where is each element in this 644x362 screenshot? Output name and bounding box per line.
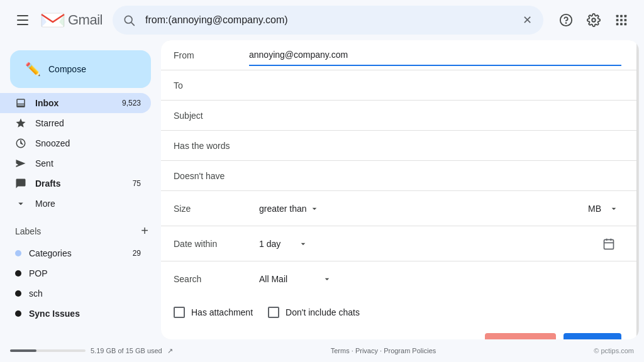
has-attachment-label[interactable]: Has attachment	[174, 307, 253, 318]
svg-rect-10	[620, 19, 623, 21]
hamburger-icon	[17, 15, 28, 25]
search-bar-container: ✕	[113, 6, 543, 35]
svg-rect-9	[616, 19, 619, 21]
svg-rect-8	[625, 15, 627, 18]
sync-issues-dot	[15, 310, 21, 317]
labels-title: Labels	[15, 226, 41, 236]
storage-info: 5.19 GB of 15 GB used ↗	[10, 347, 173, 355]
svg-point-4	[566, 23, 567, 23]
size-value-input[interactable]	[548, 201, 586, 216]
program-policies-link[interactable]: Program Policies	[384, 347, 436, 354]
inbox-icon	[15, 97, 28, 109]
search-in-label: Search	[174, 274, 249, 284]
categories-badge: 29	[133, 249, 141, 258]
svg-rect-6	[616, 15, 619, 18]
from-label: From	[174, 43, 249, 68]
sidebar-item-drafts[interactable]: Drafts 75	[0, 173, 151, 194]
add-label-button[interactable]: +	[138, 221, 151, 241]
content-area: From To Subject Has the words	[161, 40, 639, 339]
sidebar-item-snoozed[interactable]: Snoozed	[0, 133, 151, 153]
svg-line-2	[131, 23, 134, 25]
drafts-label: Drafts	[35, 178, 133, 189]
footer-links: Terms · Privacy · Program Policies	[331, 347, 436, 354]
sidebar-item-categories[interactable]: Categories 29	[0, 243, 151, 263]
filter-overlay: From To Subject Has the words	[161, 40, 639, 339]
sidebar-item-pop[interactable]: POP	[0, 263, 151, 283]
search-in-select-wrap: All Mail Inbox Starred Sent Drafts Spam …	[259, 272, 621, 287]
google-m-icon	[40, 11, 65, 29]
storage-text: 5.19 GB of 15 GB used	[91, 347, 162, 354]
filter-haswords-row: Has the words	[161, 131, 636, 161]
menu-button[interactable]	[10, 8, 35, 33]
sidebar-item-inbox[interactable]: Inbox 9,523	[0, 93, 151, 113]
size-unit-wrap: MB MB KB bytes	[548, 201, 621, 216]
svg-rect-11	[625, 19, 627, 21]
search-button[interactable]: Search	[564, 333, 621, 339]
size-label: Size	[174, 204, 249, 214]
size-unit-text: MB	[588, 204, 601, 214]
sidebar-item-starred[interactable]: Starred	[0, 113, 151, 133]
apps-button[interactable]	[609, 8, 634, 33]
dont-include-chats-checkbox[interactable]	[268, 307, 279, 318]
calendar-button[interactable]	[596, 231, 621, 256]
filter-actions: Create filter Search	[161, 323, 636, 339]
chevron-down-icon	[15, 198, 28, 210]
svg-rect-7	[620, 15, 623, 18]
has-attachment-checkbox[interactable]	[174, 307, 185, 318]
size-unit-select[interactable]: MB KB bytes	[606, 201, 621, 216]
svg-rect-16	[604, 239, 614, 249]
filter-date-row: Date within 1 day 3 days 1 week 2 weeks …	[161, 226, 636, 261]
compose-pencil-icon: ✏️	[25, 62, 41, 77]
create-filter-button[interactable]: Create filter	[485, 333, 555, 339]
from-input[interactable]	[249, 45, 621, 66]
filter-from-row: From	[161, 40, 636, 70]
draft-icon	[15, 178, 28, 190]
svg-rect-14	[625, 23, 627, 26]
categories-dot	[15, 250, 21, 256]
sidebar-item-more[interactable]: More	[0, 194, 151, 214]
inbox-label: Inbox	[35, 98, 122, 108]
compose-button[interactable]: ✏️ Compose	[10, 50, 151, 88]
subject-label: Subject	[174, 103, 249, 128]
filter-doesnt-have-row: Doesn't have	[161, 161, 636, 191]
has-words-input[interactable]	[249, 133, 621, 158]
categories-label: Categories	[29, 248, 133, 258]
inbox-badge: 9,523	[122, 99, 141, 107]
sidebar: ✏️ Compose Inbox 9,523 Starred	[0, 40, 161, 339]
size-comparator-select[interactable]: greater than less than	[259, 201, 322, 216]
filter-checkbox-row: Has attachment Don't include chats	[161, 297, 636, 323]
date-within-select[interactable]: 1 day 3 days 1 week 2 weeks 1 month 2 mo…	[259, 236, 311, 251]
to-input[interactable]	[249, 73, 621, 98]
filter-size-row: Size greater than less than MB MB KB	[161, 191, 636, 226]
manage-storage-icon[interactable]: ↗	[167, 347, 173, 355]
sync-issues-label: Sync Issues	[29, 309, 141, 319]
dont-include-chats-label[interactable]: Don't include chats	[268, 307, 360, 318]
has-words-label: Has the words	[174, 133, 249, 158]
terms-link[interactable]: Terms	[331, 347, 350, 354]
search-icon	[123, 14, 135, 26]
has-attachment-text: Has attachment	[191, 307, 253, 317]
filter-search-in-row: Search All Mail Inbox Starred Sent Draft…	[161, 261, 636, 297]
dont-include-chats-text: Don't include chats	[286, 307, 360, 317]
filter-subject-row: Subject	[161, 101, 636, 131]
date-within-label: Date within	[174, 239, 249, 249]
sidebar-item-sent[interactable]: Sent	[0, 153, 151, 173]
subject-input[interactable]	[249, 103, 621, 128]
compose-label: Compose	[48, 64, 86, 74]
settings-button[interactable]	[581, 8, 606, 33]
search-clear-button[interactable]: ✕	[520, 11, 535, 30]
sidebar-item-sch[interactable]: sch	[0, 283, 151, 304]
help-button[interactable]	[553, 8, 579, 33]
drafts-badge: 75	[133, 179, 141, 188]
svg-point-1	[125, 16, 132, 23]
svg-rect-13	[620, 23, 623, 26]
clock-icon	[15, 138, 28, 150]
privacy-link[interactable]: Privacy	[355, 347, 378, 354]
main-search-input[interactable]	[113, 6, 543, 35]
search-in-select[interactable]: All Mail Inbox Starred Sent Drafts Spam …	[259, 272, 335, 287]
more-label: More	[35, 199, 141, 209]
size-comparator-wrap: greater than less than	[259, 201, 538, 216]
sidebar-item-sync-issues[interactable]: Sync Issues	[0, 304, 151, 324]
separator-2: ·	[380, 347, 382, 354]
doesnt-have-input[interactable]	[249, 163, 621, 189]
